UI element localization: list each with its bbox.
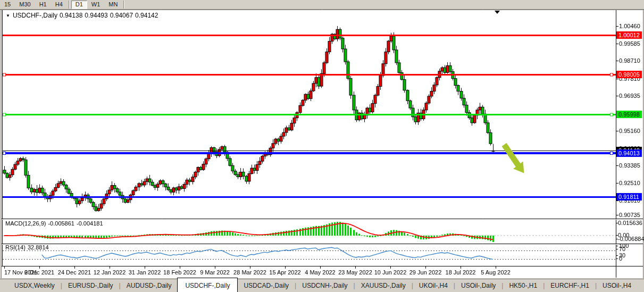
macd-axis-label: -0.006884 (618, 236, 644, 242)
chart-tab-xauusd-daily[interactable]: XAUUSD-,Daily (355, 279, 412, 292)
timeframe-button-h1[interactable]: H1 (35, 1, 51, 9)
date-axis-label: 4 May 2022 (305, 269, 335, 276)
rsi-axis-label: 70 (619, 246, 625, 252)
ohlc-low: 0.94067 (110, 12, 133, 19)
date-axis-label: 29 Jun 2022 (409, 269, 442, 276)
price-level-badge: 0.94013 (616, 149, 642, 157)
timeframe-button-mn[interactable]: MN (104, 1, 122, 9)
date-axis-label: 15 Apr 2022 (269, 269, 300, 276)
chart-header: ▼USDCHF-,Daily0.941380.944930.940670.941… (6, 12, 160, 19)
price-axis-tick-label: 0.92510 (619, 180, 640, 186)
date-axis-label: 6 Dec 2021 (24, 269, 54, 276)
date-axis-label: 18 Jul 2022 (446, 269, 476, 276)
date-axis-label: 31 Jan 2022 (129, 269, 161, 276)
rsi-axis-label: 0 (619, 256, 622, 262)
ohlc-open: 0.94138 (60, 12, 82, 19)
timeframe-button-w1[interactable]: W1 (87, 1, 105, 9)
chart-tab-usoil-daily[interactable]: USOil-,Daily (455, 279, 501, 292)
price-axis-tick-label: 1.00460 (619, 23, 640, 29)
date-axis-label: 10 Jun 2022 (374, 269, 407, 276)
chart-tab-usdx-weekly[interactable]: USDX,Weekly (9, 279, 61, 292)
toolbar-separator (123, 1, 124, 9)
timeframe-button-15[interactable]: 15 (0, 1, 15, 9)
macd-indicator-label: MACD(12,26,9)-0.005861-0.004181 (5, 220, 105, 227)
rsi-name: RSI(14) (5, 244, 26, 251)
date-axis-label: 9 Mar 2022 (200, 269, 230, 276)
chart-tab-bar: USDX,Weekly|EURUSD-,Daily|AUDUSD-,DailyU… (0, 279, 644, 292)
date-axis-label: 23 May 2022 (338, 269, 372, 276)
timeframe-button-m30[interactable]: M30 (15, 1, 35, 9)
price-level-badge: 0.98005 (616, 71, 642, 78)
tab-scroll-arrows: ◄► (637, 279, 644, 292)
chart-tab-usdcad-daily[interactable]: USDCAD-,Daily (238, 279, 295, 292)
macd-signal-value: -0.004181 (77, 220, 103, 227)
macd-main-value: -0.005861 (48, 220, 74, 227)
timeframe-toolbar: 15M30H1H4D1W1MN (0, 0, 644, 10)
price-axis-tick-label: 0.93385 (619, 163, 640, 169)
date-axis-label: 28 Mar 2022 (233, 269, 266, 276)
price-level-badge: 0.91811 (616, 193, 642, 201)
price-axis-tick-label: 0.90735 (619, 212, 640, 218)
date-axis-label: 5 Aug 2022 (481, 269, 511, 276)
chart-tab-usdchf-daily[interactable]: USDCHF-,Daily (177, 278, 238, 292)
macd-axis-label: 0.015636 (618, 220, 642, 226)
ohlc-close: 0.94142 (135, 12, 158, 19)
toolbar-separator (69, 1, 70, 9)
price-axis-tick-label: 0.99585 (619, 41, 640, 47)
date-axis-label: 24 Dec 2021 (58, 269, 91, 276)
rsi-indicator-label: RSI(14)32.8814 (5, 244, 51, 251)
date-axis-label: 12 Jan 2022 (94, 269, 126, 276)
chart-tab-usoil-h4[interactable]: USOil-,H4 (597, 279, 637, 292)
date-axis-label: 18 Feb 2022 (163, 269, 196, 276)
price-level-badge: 0.95998 (616, 111, 642, 118)
chart-canvas[interactable] (0, 0, 644, 292)
timeframe-button-h4[interactable]: H4 (51, 1, 67, 9)
rsi-value: 32.8814 (28, 244, 49, 251)
chart-tab-audusd-daily[interactable]: AUDUSD-,Daily (121, 279, 178, 292)
price-axis-tick-label: 0.98710 (619, 58, 640, 64)
chart-tab-eurusd-daily[interactable]: EURUSD-,Daily (62, 279, 119, 292)
price-axis-tick-label: 0.96935 (619, 93, 640, 99)
timeframe-button-d1[interactable]: D1 (71, 1, 87, 9)
chart-symbol-label: USDCHF-,Daily (13, 12, 57, 19)
chart-tab-hk50-h1[interactable]: HK50-,H1 (503, 279, 543, 292)
chart-tab-eurchf-h1[interactable]: EURCHF-,H1 (545, 279, 595, 292)
chart-tab-ukoil-h4[interactable]: UKOil-,H4 (413, 279, 454, 292)
chart-tab-usdcnh-daily[interactable]: USDCNH-,Daily (296, 279, 353, 292)
trading-terminal-window: 15M30H1H4D1W1MN ▼USDCHF-,Daily0.941380.9… (0, 0, 644, 292)
ohlc-high: 0.94493 (85, 12, 107, 19)
macd-name: MACD(12,26,9) (5, 220, 46, 227)
price-axis-tick-label: 0.95160 (619, 128, 640, 134)
price-level-badge: 1.00012 (616, 31, 642, 39)
chevron-down-icon[interactable]: ▼ (6, 13, 10, 18)
